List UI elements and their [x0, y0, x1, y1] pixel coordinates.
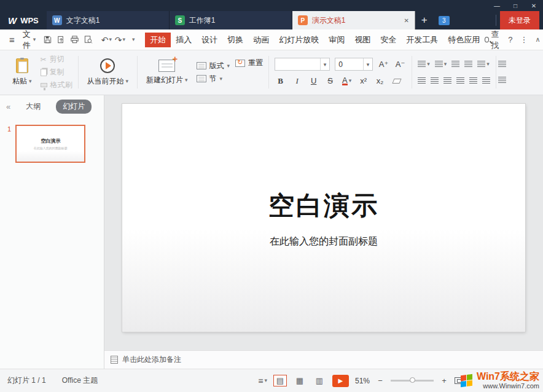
print-button[interactable] [68, 33, 81, 47]
numbering-button[interactable]: ▾ [435, 58, 447, 69]
undo-button[interactable]: ↶ ▾ [100, 33, 113, 47]
watermark-title: Win7系统之家 [477, 371, 539, 382]
columns-button[interactable] [482, 75, 490, 86]
increase-indent-button[interactable] [464, 58, 472, 69]
maximize-button[interactable]: □ [506, 0, 525, 11]
save-button[interactable] [41, 33, 54, 47]
writer-doc-icon: W [52, 15, 62, 25]
tab-presentation-document[interactable]: P 演示文稿1 ✕ [292, 11, 415, 29]
font-size-combo[interactable]: 0 ▾ [335, 58, 373, 71]
close-window-button[interactable]: ✕ [525, 0, 543, 11]
superscript-button[interactable]: x² [357, 75, 369, 87]
tab-security[interactable]: 安全 [375, 33, 401, 47]
new-slide-button[interactable]: 新建幻灯片 ▾ [143, 58, 191, 87]
tab-review[interactable]: 审阅 [324, 33, 350, 47]
distribute-button[interactable] [469, 75, 477, 86]
slides-tab[interactable]: 幻灯片 [56, 100, 92, 114]
tab-view[interactable]: 视图 [350, 33, 375, 47]
find-button[interactable]: 查找 [485, 29, 501, 51]
align-right-button[interactable] [443, 75, 451, 86]
export-button[interactable] [54, 33, 68, 47]
chevron-down-icon: ▾ [444, 61, 447, 67]
collapse-ribbon-button[interactable]: ∧ [536, 36, 541, 44]
slide-title-placeholder[interactable]: 空白演示 [268, 189, 379, 223]
italic-button[interactable]: I [291, 75, 303, 87]
notes-toggle-button[interactable]: ≡ ▾ [258, 376, 267, 386]
main-menu-icon[interactable]: ≡ [6, 34, 18, 45]
chevron-down-icon[interactable]: ▾ [320, 58, 329, 70]
chevron-down-icon: ▾ [349, 78, 352, 84]
tab-count-badge[interactable]: 3 [439, 16, 450, 25]
font-color-button[interactable]: A ▾ [341, 75, 353, 87]
scissors-icon: ✂ [41, 55, 47, 64]
tab-insert[interactable]: 插入 [171, 33, 197, 47]
zoom-percentage[interactable]: 51% [355, 377, 370, 385]
collapse-panel-icon[interactable]: « [6, 102, 10, 111]
theme-name[interactable]: Office 主题 [62, 375, 98, 386]
underline-button[interactable]: U [308, 75, 319, 87]
align-center-button[interactable] [431, 75, 439, 86]
chevron-down-icon[interactable]: ▾ [363, 58, 372, 70]
bold-button[interactable]: B [275, 75, 286, 87]
wps-home-tab[interactable]: W WPS [0, 11, 47, 29]
subscript-button[interactable]: x₂ [374, 75, 386, 87]
decrease-indent-button[interactable] [451, 58, 459, 69]
tab-developer[interactable]: 开发工具 [401, 33, 443, 47]
quick-access-customize-button[interactable]: ▾ [127, 33, 140, 47]
notes-bar[interactable]: 单击此处添加备注 [104, 350, 543, 369]
slide-thumbnail[interactable]: 空白演示 在此输入您的封面副标题 [15, 125, 85, 163]
slide-layout-button[interactable]: 版式 ▾ [197, 61, 230, 71]
zoom-slider[interactable] [391, 380, 434, 382]
tab-design[interactable]: 设计 [197, 33, 222, 47]
paste-button[interactable]: 粘贴 ▾ [9, 57, 35, 88]
slide-panel: « 大纲 幻灯片 1 空白演示 在此输入您的封面副标题 [0, 95, 104, 369]
tab-slideshow[interactable]: 幻灯片放映 [274, 33, 324, 47]
reset-slide-button[interactable]: 重置 [235, 58, 263, 68]
login-button[interactable]: 未登录 [500, 11, 539, 29]
tab-writer-document[interactable]: W 文字文稿1 [47, 11, 170, 29]
strikethrough-button[interactable]: S [324, 75, 336, 87]
tab-home[interactable]: 开始 [145, 33, 171, 47]
print-preview-button[interactable] [81, 33, 95, 47]
ribbon-toolbar: 粘贴 ▾ ✂ 剪切 复制 格式刷 [0, 50, 543, 95]
format-painter-button[interactable]: 格式刷 [41, 80, 72, 90]
file-menu[interactable]: 文件 ▾ [18, 29, 41, 51]
zoom-out-button[interactable]: − [376, 377, 385, 385]
copy-button[interactable]: 复制 [41, 67, 72, 77]
reading-view-button[interactable]: ▥ [313, 375, 326, 386]
zoom-slider-thumb[interactable] [410, 377, 415, 383]
redo-button[interactable]: ↷ ▾ [113, 33, 127, 47]
slide-subtitle-placeholder[interactable]: 在此输入您的封面副标题 [270, 235, 378, 248]
minimize-button[interactable]: — [488, 0, 506, 11]
section-icon [197, 75, 206, 82]
outline-tab[interactable]: 大纲 [19, 100, 47, 114]
tab-transition[interactable]: 切换 [222, 33, 248, 47]
slideshow-play-button[interactable]: ▶ [332, 375, 349, 387]
tab-special-apps[interactable]: 特色应用 [443, 33, 485, 47]
clear-format-button[interactable] [391, 75, 402, 87]
tab-animation[interactable]: 动画 [248, 33, 274, 47]
text-direction-button[interactable] [498, 59, 506, 70]
sheet-doc-icon: S [175, 15, 185, 25]
normal-view-button[interactable]: ▤ [273, 375, 287, 386]
tab-spreadsheet-document[interactable]: S 工作簿1 [170, 11, 292, 29]
align-left-button[interactable] [418, 75, 426, 86]
decrease-font-button[interactable]: A⁻ [394, 58, 406, 70]
slide-sorter-view-button[interactable]: ▦ [293, 375, 307, 386]
play-from-current-button[interactable]: 从当前开始 ▾ [84, 57, 132, 88]
more-options-button[interactable]: ⋮ [520, 35, 528, 44]
justify-button[interactable] [456, 75, 464, 86]
section-button[interactable]: 节 ▾ [197, 74, 230, 84]
current-slide[interactable]: 空白演示 在此输入您的封面副标题 [122, 104, 525, 332]
help-button[interactable]: ? [508, 35, 512, 44]
bullets-button[interactable]: ▾ [418, 58, 430, 69]
slide-canvas[interactable]: 空白演示 在此输入您的封面副标题 [104, 95, 543, 350]
line-spacing-button[interactable]: ▾ [477, 58, 490, 69]
cut-button[interactable]: ✂ 剪切 [41, 54, 72, 65]
increase-font-button[interactable]: A⁺ [378, 58, 389, 70]
close-tab-icon[interactable]: ✕ [404, 17, 408, 24]
font-name-combo[interactable]: ▾ [275, 58, 330, 71]
more-paragraph-button[interactable] [498, 75, 506, 86]
new-tab-button[interactable]: + [415, 11, 434, 29]
zoom-in-button[interactable]: + [440, 377, 448, 385]
